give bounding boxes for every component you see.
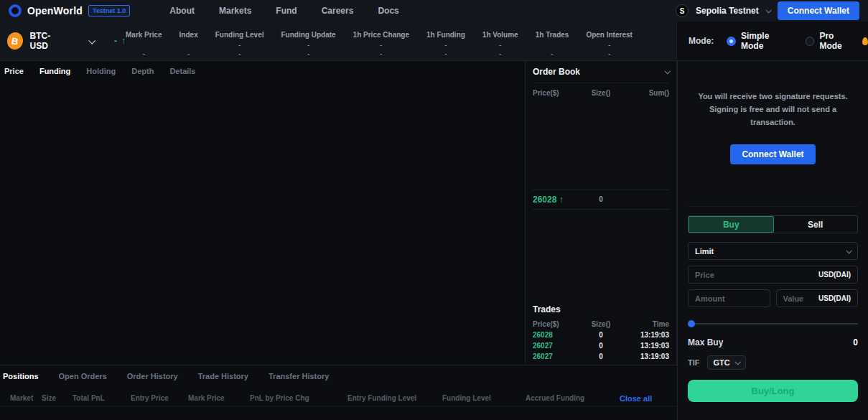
stat-index: Index - [179,31,198,57]
tab-open-orders[interactable]: Open Orders [59,372,107,381]
order-book-panel: Order Book Price($) Size() Sum() 26028 ↑ [525,61,677,365]
amount-input[interactable] [695,294,763,303]
tab-transfer-history[interactable]: Transfer History [269,372,329,381]
mid-price: 26028 ↑ [533,195,578,205]
mid-price-row[interactable]: 26028 ↑ 0 [533,190,669,210]
bids-area [533,210,669,302]
market-stats-area: B BTC-USD - ↑ Mark Price - Index - [0,22,677,60]
close-all-link[interactable]: Close all [620,394,652,403]
tif-row: TIF GTC [688,355,858,370]
col-price: Price($) [533,89,578,97]
openworld-logo-icon [9,4,22,17]
mode-selector: Mode: Simple Mode Pro Mode [677,22,868,60]
size-slider[interactable] [688,320,858,327]
tab-price[interactable]: Price [4,67,24,75]
stat-1h-funding: 1h Funding - - [426,31,465,57]
tab-positions[interactable]: Positions [3,372,39,381]
col-accrued-funding: Accrued Funding [526,394,620,402]
col-size: Size() [578,89,623,97]
mode-label: Mode: [689,36,714,46]
stat-funding-update: Funding Update - - [281,31,336,57]
asks-area [533,97,669,190]
max-buy-row: Max Buy 0 [688,337,858,347]
slider-thumb[interactable] [688,320,695,327]
nav-careers[interactable]: Careers [322,6,354,16]
top-nav: OpenWorld Testnet 1.0 About Markets Fund… [0,0,868,22]
signature-notice: You will receive two signature requests.… [697,90,849,129]
pair-chevron-down-icon[interactable] [89,36,94,46]
col-entry-price: Entry Price [131,394,188,402]
tab-trade-history[interactable]: Trade History [198,372,248,381]
order-book-title: Order Book [533,67,580,77]
max-buy-value: 0 [853,337,858,347]
pair-selector[interactable]: B BTC-USD - ↑ [0,31,126,51]
col-size: Size [42,394,73,402]
connect-wallet-button-panel[interactable]: Connect Wallet [730,144,815,164]
side-toggle: Buy Sell [688,215,858,233]
trades-columns: Price($) Size() Time [533,320,669,328]
col-trade-size: Size() [578,320,623,328]
col-trade-price: Price($) [533,320,578,328]
order-book-collapse-icon[interactable] [664,68,670,74]
radio-unselected-icon[interactable] [806,37,815,46]
price-field[interactable]: USD(DAI) [688,266,858,284]
tab-funding[interactable]: Funding [39,67,70,75]
stat-open-interest: Open Interest - - [586,31,632,57]
max-buy-label: Max Buy [688,337,723,347]
order-form: Buy Sell Limit USD(DAI) [688,206,858,402]
price-unit: USD(DAI) [818,271,851,279]
tab-order-history[interactable]: Order History [127,372,178,381]
trade-row[interactable]: 26027 0 13:19:03 [533,342,669,350]
buy-tab[interactable]: Buy [689,216,774,233]
trade-row[interactable]: 26028 0 13:19:03 [533,331,669,339]
nav-about[interactable]: About [169,6,195,16]
price-input[interactable] [695,271,814,279]
trade-panel: You will receive two signature requests.… [677,61,868,420]
nav-docs[interactable]: Docs [378,6,398,16]
value-input[interactable] [783,294,815,303]
mode-option-pro[interactable]: Pro Mode [806,31,868,51]
slider-track[interactable] [688,323,858,325]
mid-price-up-arrow-icon: ↑ [559,195,564,205]
positions-table-header: Market Size Total PnL Entry Price Mark P… [0,381,677,406]
value-unit: USD(DAI) [818,294,851,302]
col-mark-price: Mark Price [188,394,250,402]
amount-value-row: USD(DAI) [688,284,858,307]
col-sum: Sum() [624,89,669,97]
chevron-down-icon[interactable] [765,7,771,13]
tif-value: GTC [714,358,730,367]
tab-details[interactable]: Details [169,67,195,75]
nav-markets[interactable]: Markets [219,6,251,16]
tab-depth[interactable]: Depth [131,67,154,75]
network-selector-label[interactable]: Sepolia Testnet [696,6,759,16]
chart-area: Price Funding Holding Depth Details [0,61,525,365]
amount-field[interactable] [688,289,770,307]
brand-name: OpenWorld [27,5,83,17]
trade-row[interactable]: 26027 0 13:19:03 [533,353,669,360]
testnet-badge: Testnet 1.0 [88,5,130,17]
app-root: OpenWorld Testnet 1.0 About Markets Fund… [0,0,868,420]
btc-icon: B [6,31,24,51]
market-bar: B BTC-USD - ↑ Mark Price - Index - [0,22,868,61]
radio-selected-icon[interactable] [727,37,736,46]
value-field[interactable]: USD(DAI) [776,289,859,307]
content: Price Funding Holding Depth Details Orde… [0,61,868,420]
fire-icon [862,37,868,45]
buy-long-button[interactable]: Buy/Long [688,380,858,402]
brand[interactable]: OpenWorld Testnet 1.0 [9,4,130,17]
sepolia-network-icon: S [676,4,689,17]
connect-wallet-button-top[interactable]: Connect Wallet [778,1,859,20]
top-nav-right: S Sepolia Testnet Connect Wallet [676,1,859,20]
nav-fund[interactable]: Fund [276,6,297,16]
tif-select[interactable]: GTC [707,355,746,370]
stat-funding-level: Funding Level - - [215,31,264,57]
sell-tab[interactable]: Sell [774,216,858,233]
tab-holding[interactable]: Holding [86,67,116,75]
stat-1h-trades: 1h Trades - [536,31,569,57]
col-funding-level: Funding Level [442,394,526,402]
market-stats: Mark Price - Index - Funding Level - - F… [126,24,633,57]
tif-chevron-down-icon [734,359,740,365]
order-type-select[interactable]: Limit [688,242,858,260]
mode-option-simple[interactable]: Simple Mode [727,31,792,51]
last-price: - ↑ [114,36,126,46]
